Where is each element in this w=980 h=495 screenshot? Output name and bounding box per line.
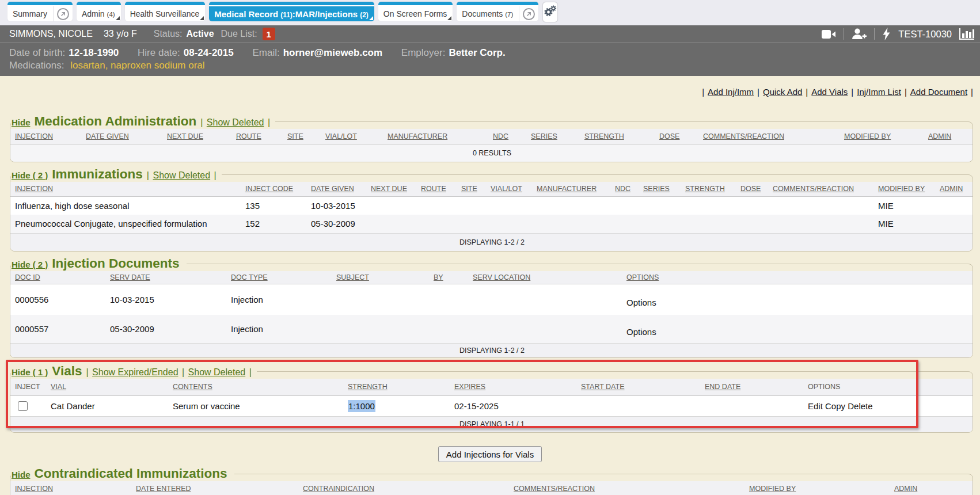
col-injection[interactable]: INJECTION	[10, 481, 131, 495]
col-injection[interactable]: INJECTION	[10, 182, 241, 196]
col-end-date[interactable]: END DATE	[700, 379, 803, 395]
col-ndc[interactable]: NDC	[488, 129, 526, 144]
gears-icon	[544, 5, 557, 19]
col-modified-by[interactable]: MODIFIED BY	[840, 129, 924, 144]
tab-medical-record-count2: (2)	[360, 11, 369, 19]
quick-action-bolt-icon[interactable]	[882, 28, 891, 40]
col-strength[interactable]: STRENGTH	[343, 379, 450, 395]
col-modified-by[interactable]: MODIFIED BY	[873, 182, 935, 196]
col-start-date[interactable]: START DATE	[576, 379, 700, 395]
tab-health-surveillance[interactable]: Health Surveillance	[125, 2, 206, 21]
flowsheet-chart-icon[interactable]	[959, 28, 974, 40]
col-dose[interactable]: DOSE	[736, 182, 768, 196]
col-comments-reaction[interactable]: COMMENTS/REACTION	[509, 481, 745, 495]
show-deleted-vials-link[interactable]: Show Deleted	[188, 367, 246, 377]
col-options[interactable]: OPTIONS	[622, 271, 973, 284]
immunizations-table: INJECTION INJECT CODE DATE GIVEN NEXT DU…	[10, 182, 973, 251]
col-serv-date[interactable]: SERV DATE	[105, 271, 226, 284]
col-modified-by[interactable]: MODIFIED BY	[745, 481, 890, 495]
col-dose[interactable]: DOSE	[655, 129, 698, 144]
employer-label: Employer:	[401, 47, 446, 58]
quick-add-link[interactable]: Quick Add	[763, 87, 802, 97]
col-series[interactable]: SERIES	[526, 129, 580, 144]
tab-admin[interactable]: Admin(4)	[77, 2, 121, 21]
col-doc-type[interactable]: DOC TYPE	[226, 271, 332, 284]
inject-checkbox[interactable]	[18, 401, 28, 411]
section-title-injection-documents: Injection Documents	[52, 256, 179, 271]
document-row[interactable]: 0000557 05-30-2009 Injection Options	[10, 315, 973, 343]
col-vial-lot[interactable]: VIAL/LOT	[321, 129, 383, 144]
col-route[interactable]: ROUTE	[416, 182, 457, 196]
col-comments-reaction[interactable]: COMMENTS/REACTION	[698, 129, 840, 144]
tab-summary[interactable]: Summary	[7, 2, 73, 21]
col-ndc[interactable]: NDC	[610, 182, 639, 196]
immunization-row[interactable]: Influenza, high dose seasonal 135 10-03-…	[10, 196, 973, 215]
col-vial-lot[interactable]: VIAL/LOT	[486, 182, 532, 196]
hide-vials-link[interactable]: Hide ( 1 )	[12, 367, 48, 377]
options-menu[interactable]: Options	[622, 315, 973, 343]
hide-immunizations-link[interactable]: Hide ( 2 )	[12, 170, 48, 180]
col-serv-location[interactable]: SERV LOCATION	[468, 271, 622, 284]
hide-injection-documents-link[interactable]: Hide ( 2 )	[12, 260, 48, 269]
col-injection[interactable]: INJECTION	[10, 129, 81, 144]
col-expires[interactable]: EXPIRES	[450, 379, 576, 395]
cell-modified-by: MIE	[873, 215, 935, 233]
show-deleted-mar-link[interactable]: Show Deleted	[207, 117, 264, 127]
show-deleted-immunizations-link[interactable]: Show Deleted	[153, 170, 210, 180]
hide-contraindicated-link[interactable]: Hide	[12, 470, 31, 479]
col-strength[interactable]: STRENGTH	[580, 129, 655, 144]
pipe: |	[851, 87, 853, 97]
divider	[874, 28, 875, 40]
add-inj-imm-link[interactable]: Add Inj/Imm	[708, 87, 754, 97]
col-site[interactable]: SITE	[283, 129, 321, 144]
tab-medical-record[interactable]: Medical Record(11):MAR/Injections(2)	[209, 2, 374, 21]
col-next-due[interactable]: NEXT DUE	[366, 182, 416, 196]
col-series[interactable]: SERIES	[639, 182, 681, 196]
hide-mar-link[interactable]: Hide	[12, 117, 31, 127]
col-site[interactable]: SITE	[457, 182, 486, 196]
edit-link[interactable]: Edit	[808, 401, 823, 411]
col-manufacturer[interactable]: MANUFACTURER	[383, 129, 488, 144]
col-manufacturer[interactable]: MANUFACTURER	[532, 182, 610, 196]
add-person-icon[interactable]	[852, 28, 867, 40]
add-injections-for-vials-button[interactable]: Add Injections for Vials	[438, 446, 542, 462]
tab-summary-popout[interactable]	[53, 6, 73, 21]
pipe: |	[757, 87, 759, 97]
col-comments-reaction[interactable]: COMMENTS/REACTION	[768, 182, 873, 196]
document-row[interactable]: 0000556 10-03-2015 Injection Options	[10, 284, 973, 315]
tab-documents[interactable]: Documents(7)	[457, 2, 538, 21]
col-date-given[interactable]: DATE GIVEN	[306, 182, 366, 196]
tab-documents-popout[interactable]	[519, 6, 538, 21]
col-doc-id[interactable]: DOC ID	[10, 271, 105, 284]
medication-link-naproxen[interactable]: naproxen sodium oral	[111, 60, 204, 71]
col-date-entered[interactable]: DATE ENTERED	[131, 481, 298, 495]
medication-link-losartan[interactable]: losartan	[70, 60, 105, 71]
col-date-given[interactable]: DATE GIVEN	[81, 129, 162, 144]
col-subject[interactable]: SUBJECT	[332, 271, 429, 284]
col-by[interactable]: BY	[429, 271, 468, 284]
tab-settings-button[interactable]	[542, 2, 558, 22]
options-menu[interactable]: Options	[622, 284, 973, 315]
col-strength[interactable]: STRENGTH	[681, 182, 736, 196]
col-next-due[interactable]: NEXT DUE	[162, 129, 231, 144]
add-document-link[interactable]: Add Document	[910, 87, 967, 97]
col-route[interactable]: ROUTE	[231, 129, 283, 144]
col-vial[interactable]: VIAL	[46, 379, 168, 395]
paging-row: DISPLAYING 1-1 / 1	[10, 416, 973, 432]
col-inject-code[interactable]: INJECT CODE	[241, 182, 306, 196]
col-admin[interactable]: ADMIN	[935, 182, 973, 196]
col-contraindication[interactable]: CONTRAINDICATION	[298, 481, 509, 495]
copy-link[interactable]: Copy	[825, 401, 845, 411]
show-expired-ended-link[interactable]: Show Expired/Ended	[92, 367, 178, 377]
col-admin[interactable]: ADMIN	[924, 129, 973, 144]
inj-imm-list-link[interactable]: Inj/Imm List	[857, 87, 901, 97]
due-list-badge[interactable]: 1	[263, 28, 275, 40]
col-admin[interactable]: ADMIN	[890, 481, 973, 495]
tab-on-screen-forms[interactable]: On Screen Forms	[378, 2, 453, 21]
col-contents[interactable]: CONTENTS	[168, 379, 343, 395]
cell-vial: Cat Dander	[46, 395, 168, 416]
video-call-icon[interactable]	[822, 29, 836, 39]
delete-link[interactable]: Delete	[848, 401, 872, 411]
add-vials-link[interactable]: Add Vials	[811, 87, 848, 97]
immunization-row[interactable]: Pneumococcal Conjugate, unspecified form…	[10, 215, 973, 233]
